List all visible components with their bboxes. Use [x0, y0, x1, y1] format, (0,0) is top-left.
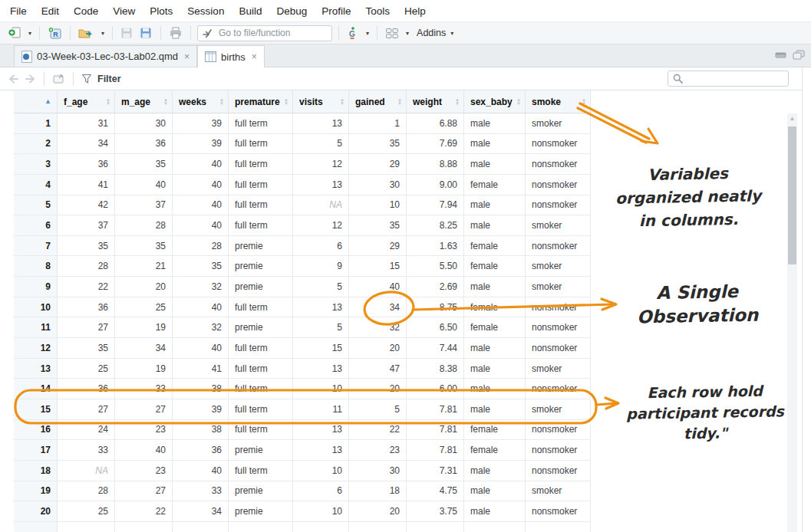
scrollbar-thumb[interactable]	[788, 126, 796, 264]
menu-item-build[interactable]: Build	[236, 4, 264, 18]
minimize-pane-icon[interactable]	[775, 51, 786, 59]
maximize-pane-icon[interactable]	[793, 50, 805, 60]
column-header-weight[interactable]: weight▲▼	[407, 90, 464, 113]
table-row: 19282733premie6184.75malesmoker	[14, 481, 591, 502]
row-number-cell: 20	[14, 501, 58, 521]
column-header-sex_baby[interactable]: sex_baby▲▼	[464, 90, 526, 113]
table-cell: full term	[229, 113, 293, 133]
new-project-button[interactable]: R	[46, 24, 64, 42]
table-cell: 38	[173, 379, 229, 399]
menu-item-plots[interactable]: Plots	[147, 4, 175, 18]
svg-text:R: R	[53, 31, 58, 38]
table-cell: male	[464, 134, 526, 154]
column-header-visits[interactable]: visits▲▼	[293, 90, 349, 113]
table-cell: 29	[349, 236, 407, 256]
column-header-weeks[interactable]: weeks▲▼	[173, 90, 229, 113]
table-cell: smoker	[526, 359, 591, 379]
version-control-menu-caret[interactable]: ▾	[364, 30, 371, 37]
menu-item-code[interactable]: Code	[71, 4, 101, 18]
panes-menu-caret[interactable]: ▾	[404, 30, 410, 37]
tab-births-data[interactable]: births ×	[197, 45, 265, 67]
table-cell: full term	[229, 297, 293, 317]
table-cell: 40	[173, 297, 229, 317]
filter-icon[interactable]	[81, 74, 92, 84]
panes-layout-button[interactable]	[384, 24, 401, 42]
new-file-icon	[8, 26, 21, 40]
goto-file-input[interactable]	[197, 25, 332, 41]
row-number-cell: 9	[14, 277, 58, 297]
table-cell: 21	[115, 256, 173, 276]
table-cell: 27	[115, 481, 173, 501]
table-cell	[229, 522, 293, 532]
table-cell: full term	[229, 215, 293, 235]
column-header-m_age[interactable]: m_age▲▼	[115, 90, 173, 113]
table-cell: 10	[349, 195, 407, 215]
table-cell: smoker	[526, 215, 591, 235]
table-cell: 5	[293, 134, 349, 154]
table-cell: nonsmoker	[526, 420, 591, 440]
table-cell: 35	[58, 236, 115, 256]
table-cell: 13	[293, 175, 349, 195]
table-cell: 38	[173, 420, 229, 440]
table-cell: smoker	[526, 256, 591, 276]
menu-item-session[interactable]: Session	[185, 4, 226, 18]
open-file-button[interactable]	[77, 24, 96, 42]
svg-text:G: G	[349, 30, 355, 38]
sort-icon: ▲▼	[516, 98, 521, 105]
search-input[interactable]	[668, 71, 789, 87]
open-in-window-icon[interactable]	[52, 74, 65, 84]
table-cell: 42	[58, 195, 115, 215]
table-cell: 36	[115, 134, 173, 154]
table-cell: 27	[58, 399, 115, 419]
table-cell: premie	[229, 481, 293, 501]
scroll-up-icon[interactable]: ▲	[787, 113, 797, 124]
table-cell: premie	[229, 236, 293, 256]
table-row: 17334036premie13237.81femalenonsmoker	[14, 440, 591, 461]
table-cell: premie	[229, 501, 293, 521]
column-header-gained[interactable]: gained▲▼	[349, 90, 407, 113]
menu-item-file[interactable]: File	[8, 4, 29, 18]
filter-button-label[interactable]: Filter	[97, 74, 121, 84]
row-number-cell: 18	[14, 461, 58, 481]
menu-item-tools[interactable]: Tools	[363, 4, 392, 18]
save-button[interactable]	[119, 24, 134, 42]
close-tab-icon[interactable]: ×	[184, 51, 190, 62]
back-arrow-icon[interactable]	[8, 74, 19, 84]
vertical-scrollbar[interactable]: ▲	[787, 113, 797, 532]
table-cell: 37	[115, 195, 173, 215]
table-cell: 13	[293, 420, 349, 440]
table-cell: 19	[115, 359, 173, 379]
table-cell: 10	[293, 379, 349, 399]
save-all-button[interactable]	[138, 24, 154, 42]
tab-qmd-file[interactable]: 03-Week-03-Lec-03-Lab02.qmd ×	[14, 45, 197, 67]
close-tab-icon[interactable]: ×	[252, 51, 257, 62]
menu-item-view[interactable]: View	[110, 4, 137, 18]
table-cell: 41	[173, 359, 229, 379]
menu-item-profile[interactable]: Profile	[319, 4, 353, 18]
column-header-premature[interactable]: premature▲▼	[229, 90, 293, 113]
table-cell: nonsmoker	[526, 297, 591, 317]
table-cell: male	[464, 399, 526, 419]
forward-arrow-icon[interactable]	[25, 74, 36, 84]
toolbar-separator	[73, 72, 74, 86]
table-row: 5423740full termNA107.94malenonsmoker	[14, 195, 591, 216]
table-cell: 7.31	[407, 461, 464, 481]
menu-item-help[interactable]: Help	[402, 4, 428, 18]
column-header-row-number[interactable]: ▲	[14, 90, 58, 113]
print-button[interactable]	[167, 24, 184, 42]
table-cell: 25	[115, 297, 173, 317]
table-cell: 6.00	[407, 379, 464, 399]
table-cell: female	[464, 440, 526, 460]
addins-button[interactable]: Addins ▾	[414, 28, 457, 38]
open-file-menu-caret[interactable]: ▾	[100, 30, 106, 37]
menu-item-edit[interactable]: Edit	[39, 4, 61, 18]
table-cell: 33	[173, 481, 229, 501]
column-header-f_age[interactable]: f_age▲▼	[58, 90, 115, 113]
version-control-button[interactable]: G	[345, 24, 361, 42]
new-file-menu-caret[interactable]: ▾	[27, 30, 33, 37]
menu-item-debug[interactable]: Debug	[274, 4, 309, 18]
table-row: 13251941full term13478.38malesmoker	[14, 359, 591, 379]
new-file-button[interactable]	[6, 24, 23, 42]
print-icon	[169, 27, 183, 39]
column-header-smoke[interactable]: smoke▲▼	[526, 90, 591, 113]
